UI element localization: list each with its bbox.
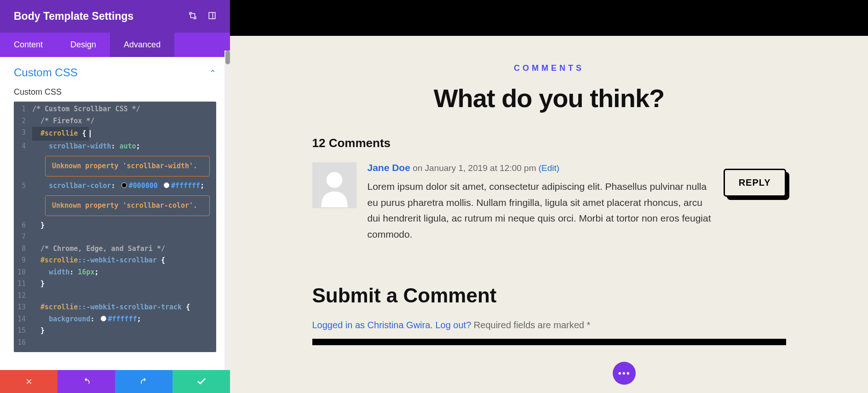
panel-header: Body Template Settings [0, 0, 230, 33]
svg-rect-1 [209, 12, 215, 19]
preview-top-bar [230, 0, 868, 36]
comment-body-text: Lorem ipsum dolor sit amet, consectetur … [368, 179, 713, 243]
panel-tabs: Content Design Advanced [0, 33, 230, 57]
undo-button[interactable] [57, 370, 115, 393]
save-button[interactable] [172, 370, 230, 393]
css-warning: Unknown property 'scrollbar-width'. [45, 156, 210, 177]
preview-area: COMMENTS What do you think? 12 Comments … [230, 0, 868, 393]
logged-in-user-link[interactable]: Logged in as Christina Gwira [312, 320, 431, 330]
section-headline: What do you think? [266, 83, 832, 113]
accordion-header[interactable]: Custom CSS ⌄ [14, 66, 216, 79]
preview-page: COMMENTS What do you think? 12 Comments … [230, 36, 868, 345]
submit-comment-title: Submit a Comment [312, 284, 786, 307]
panel-scrollbar-track[interactable] [224, 51, 230, 370]
comment-input-bar[interactable] [312, 339, 786, 345]
panel-scrollbar-thumb[interactable] [225, 51, 230, 64]
comment-item: Jane Doe on January 1, 2019 at 12:00 pm … [312, 162, 786, 243]
comment-meta: on January 1, 2019 at 12:00 pm [413, 163, 539, 173]
cancel-button[interactable] [0, 370, 57, 393]
settings-panel: Body Template Settings Content Design Ad… [0, 0, 230, 393]
svg-point-4 [326, 172, 342, 188]
tab-advanced[interactable]: Advanced [110, 33, 174, 57]
comment-count: 12 Comments [312, 136, 786, 150]
css-code-editor[interactable]: 1/* Custom Scrollbar CSS */ 2 /* Firefox… [14, 102, 216, 352]
more-actions-fab[interactable]: ••• [613, 362, 636, 385]
expand-icon[interactable] [189, 10, 197, 23]
logout-link[interactable]: Log out? [435, 320, 471, 330]
chevron-up-icon: ⌄ [209, 68, 216, 78]
tab-content[interactable]: Content [0, 33, 57, 57]
accordion-title: Custom CSS [14, 66, 78, 79]
field-label: Custom CSS [14, 87, 216, 97]
panel-body: Custom CSS ⌄ Custom CSS 1/* Custom Scrol… [0, 57, 230, 370]
section-overline: COMMENTS [266, 63, 832, 73]
tab-design[interactable]: Design [57, 33, 110, 57]
panel-title: Body Template Settings [14, 10, 133, 23]
comment-author-link[interactable]: Jane Doe [368, 162, 410, 173]
avatar [312, 162, 356, 208]
redo-button[interactable] [115, 370, 172, 393]
reply-button[interactable]: REPLY [724, 169, 786, 197]
dock-icon[interactable] [208, 10, 216, 23]
logged-in-line: Logged in as Christina Gwira. Log out? R… [312, 320, 786, 330]
action-bar [0, 370, 230, 393]
css-warning: Unknown property 'scrollbar-color'. [45, 195, 210, 216]
comment-edit-link[interactable]: (Edit) [539, 163, 559, 173]
svg-rect-0 [191, 14, 195, 18]
